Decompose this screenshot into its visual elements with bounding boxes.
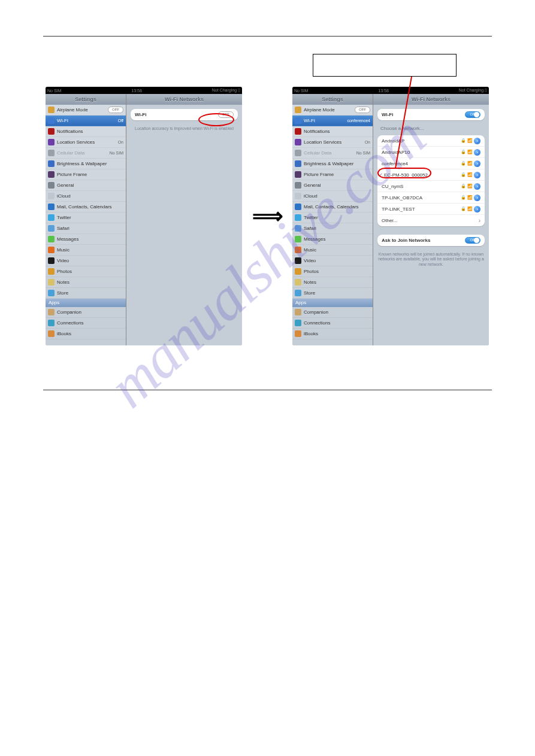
ask-join-label: Ask to Join Networks	[382, 238, 465, 243]
network-name: AndroidAP	[382, 138, 461, 144]
sidebar-item[interactable]: Cellular DataNo SIM	[292, 148, 373, 159]
sidebar-item[interactable]: Notifications	[46, 126, 126, 137]
sidebar-item[interactable]: Location ServicesOn	[292, 137, 373, 148]
sidebar-item[interactable]: General	[46, 180, 126, 191]
status-bar: No SIM 13:58 Not Charging ▯	[292, 87, 489, 94]
sidebar-item[interactable]: Music	[46, 245, 126, 256]
lock-icon: 🔒	[461, 195, 466, 200]
sidebar-item[interactable]: Companion	[46, 307, 126, 318]
sidebar-item-icon	[48, 330, 55, 337]
sidebar-item[interactable]: Picture Frame	[46, 169, 126, 180]
wifi-toggle-row[interactable]: Wi-Fi ON	[377, 109, 485, 120]
sidebar-item[interactable]: Safari	[292, 223, 373, 234]
detail-disclosure-icon[interactable]: ›	[474, 138, 480, 144]
sidebar-item[interactable]: Notes	[292, 277, 373, 288]
sidebar-item[interactable]: Notifications	[292, 126, 373, 137]
network-name: Other...	[382, 218, 479, 223]
sidebar-item[interactable]: Companion	[292, 307, 373, 318]
detail-disclosure-icon[interactable]: ›	[474, 172, 480, 178]
sidebar-item[interactable]: Messages	[292, 234, 373, 245]
sidebar-item-value: On	[118, 140, 123, 144]
sidebar-item-label: Location Services	[57, 139, 118, 145]
network-row[interactable]: CU_nymS🔒📶›	[377, 181, 485, 192]
detail-disclosure-icon[interactable]: ›	[474, 160, 480, 167]
sidebar-item[interactable]: Video	[292, 256, 373, 266]
sidebar-item-icon	[295, 236, 301, 242]
sidebar-item[interactable]: Store	[46, 288, 126, 299]
sidebar-item-icon	[295, 204, 301, 210]
toggle-off[interactable]: OFF	[108, 107, 123, 113]
wifi-disabled-note: Location accuracy is improved when Wi-Fi…	[126, 125, 242, 133]
sidebar-item[interactable]: Mail, Contacts, Calendars	[292, 202, 373, 212]
detail-disclosure-icon[interactable]: ›	[474, 183, 480, 190]
status-carrier: No SIM	[294, 89, 308, 93]
detail-disclosure-icon[interactable]: ›	[474, 149, 480, 156]
sidebar-item-icon	[48, 257, 55, 264]
sidebar-item[interactable]: Video	[46, 256, 126, 266]
sidebar-item[interactable]: General	[292, 180, 373, 191]
network-list: AndroidAP🔒📶›AndroidAP10🔒📶›conference4🔒📶›…	[377, 135, 485, 226]
sidebar-item-label: Twitter	[57, 215, 123, 220]
sidebar-item[interactable]: Airplane ModeOFF	[46, 105, 126, 116]
sidebar-item[interactable]: Location ServicesOn	[46, 137, 126, 148]
network-row[interactable]: TP-LINK_OB7DCA🔒📶›	[377, 192, 485, 204]
sidebar-item[interactable]: Photos	[46, 266, 126, 277]
wifi-toggle-on[interactable]: ON	[465, 111, 480, 118]
sidebar-item-icon	[295, 330, 301, 337]
bottom-rule	[43, 390, 492, 390]
sidebar-item[interactable]: Store	[292, 288, 373, 299]
status-battery: Not Charging ▯	[212, 88, 240, 93]
sidebar-item[interactable]: iBooks	[292, 329, 373, 339]
settings-sidebar: Settings Airplane ModeOFFWi-Ficonference…	[292, 94, 373, 345]
sidebar-item-label: iBooks	[57, 331, 123, 336]
sidebar-item-icon	[295, 268, 301, 275]
network-row[interactable]: AndroidAP🔒📶›	[377, 135, 485, 147]
sidebar-item[interactable]: Twitter	[46, 212, 126, 223]
sidebar-item[interactable]: Wi-Ficonference4	[292, 116, 373, 126]
network-row[interactable]: TP-LINK_TEST🔒📶›	[377, 204, 485, 215]
sidebar-item[interactable]: Messages	[46, 234, 126, 245]
apps-section-header: Apps	[292, 299, 373, 307]
network-name: conference4	[382, 161, 461, 166]
sidebar-item-icon	[48, 139, 55, 145]
ask-join-toggle[interactable]: ON	[465, 237, 480, 244]
sidebar-item-icon	[48, 204, 55, 210]
wifi-label: Wi-Fi	[382, 112, 465, 117]
sidebar-item[interactable]: iCloud	[46, 191, 126, 202]
wifi-signal-icon: 📶	[467, 207, 473, 211]
sidebar-item-label: Notifications	[57, 129, 123, 134]
sidebar-item[interactable]: Brightness & Wallpaper	[46, 159, 126, 169]
toggle-off[interactable]: OFF	[355, 107, 370, 113]
sidebar-item[interactable]: Cellular DataNo SIM	[46, 148, 126, 159]
network-row[interactable]: Other...›	[377, 215, 485, 226]
sidebar-item[interactable]: Notes	[46, 277, 126, 288]
sidebar-item[interactable]: iCloud	[292, 191, 373, 202]
detail-disclosure-icon[interactable]: ›	[474, 195, 480, 201]
settings-sidebar: Settings Airplane ModeOFFWi-FiOffNotific…	[46, 94, 126, 345]
network-row[interactable]: AndroidAP10🔒📶›	[377, 147, 485, 158]
sidebar-item[interactable]: Connections	[46, 318, 126, 329]
sidebar-item[interactable]: Airplane ModeOFF	[292, 105, 373, 116]
sidebar-item-icon	[295, 139, 301, 145]
sidebar-item[interactable]: Photos	[292, 266, 373, 277]
sidebar-item[interactable]: Connections	[292, 318, 373, 329]
sidebar-item[interactable]: Music	[292, 245, 373, 256]
sidebar-item[interactable]: Brightness & Wallpaper	[292, 159, 373, 169]
sidebar-item[interactable]: Mail, Contacts, Calendars	[46, 202, 126, 212]
sidebar-item[interactable]: Safari	[46, 223, 126, 234]
detail-disclosure-icon[interactable]: ›	[474, 206, 480, 212]
status-time: 13:58	[131, 89, 142, 93]
sidebar-item[interactable]: iBooks	[46, 329, 126, 339]
sidebar-item[interactable]: Wi-FiOff	[46, 116, 126, 126]
network-indicators: 🔒📶›	[461, 206, 480, 212]
sidebar-item[interactable]: Twitter	[292, 212, 373, 223]
sidebar-item-label: Airplane Mode	[304, 107, 355, 113]
main-title: Wi-Fi Networks	[126, 94, 242, 105]
wifi-signal-icon: 📶	[467, 161, 473, 166]
ask-join-row[interactable]: Ask to Join Networks ON	[377, 235, 485, 246]
sidebar-item-icon	[48, 117, 55, 124]
sidebar-item-icon	[48, 107, 55, 113]
sidebar-item[interactable]: Picture Frame	[292, 169, 373, 180]
sidebar-item-label: iCloud	[57, 193, 123, 199]
sidebar-title: Settings	[46, 94, 126, 105]
